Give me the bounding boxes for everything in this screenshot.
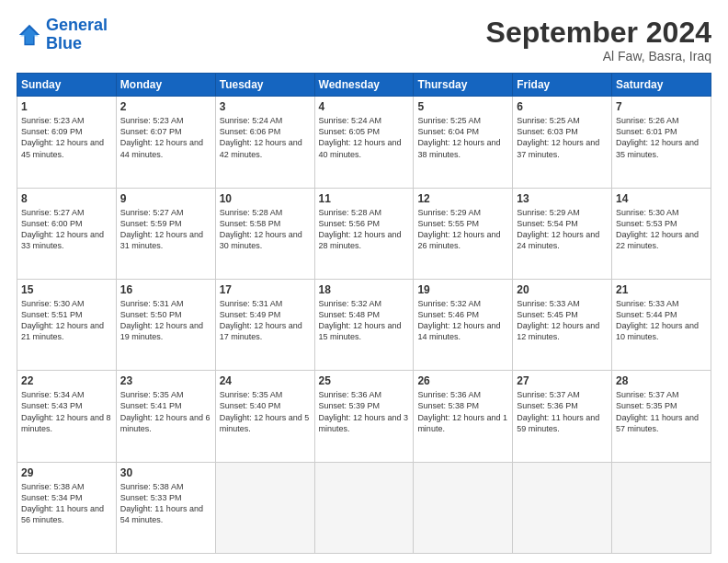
calendar-week-row: 29 Sunrise: 5:38 AM Sunset: 5:34 PM Dayl… [17,462,711,553]
day-info: Sunrise: 5:27 AM Sunset: 5:59 PM Dayligh… [120,207,211,252]
day-number: 10 [220,192,311,205]
calendar-day-cell: 3 Sunrise: 5:24 AM Sunset: 6:06 PM Dayli… [215,97,314,188]
day-number: 2 [120,100,211,113]
calendar-day-cell [612,462,711,553]
page: General Blue September 2024 Al Faw, Basr… [0,0,728,563]
day-number: 23 [120,374,211,387]
calendar-day-cell: 13 Sunrise: 5:29 AM Sunset: 5:54 PM Dayl… [513,188,612,279]
day-info: Sunrise: 5:37 AM Sunset: 5:36 PM Dayligh… [517,389,608,434]
calendar-day-cell [215,462,314,553]
logo-text: General Blue [46,17,108,53]
weekday-header-sunday: Sunday [17,74,117,97]
day-info: Sunrise: 5:35 AM Sunset: 5:40 PM Dayligh… [220,389,311,434]
day-info: Sunrise: 5:30 AM Sunset: 5:51 PM Dayligh… [21,298,112,343]
calendar-day-cell: 19 Sunrise: 5:32 AM Sunset: 5:46 PM Dayl… [414,279,513,370]
calendar-day-cell: 28 Sunrise: 5:37 AM Sunset: 5:35 PM Dayl… [612,371,711,462]
day-number: 4 [319,100,410,113]
day-info: Sunrise: 5:30 AM Sunset: 5:53 PM Dayligh… [616,207,707,252]
calendar-day-cell: 4 Sunrise: 5:24 AM Sunset: 6:05 PM Dayli… [314,97,414,188]
day-info: Sunrise: 5:31 AM Sunset: 5:50 PM Dayligh… [120,298,211,343]
header: General Blue September 2024 Al Faw, Basr… [17,17,711,63]
day-number: 1 [21,100,112,113]
calendar-day-cell [414,462,513,553]
day-info: Sunrise: 5:38 AM Sunset: 5:33 PM Dayligh… [120,481,211,526]
day-number: 17 [220,283,311,296]
calendar-day-cell: 20 Sunrise: 5:33 AM Sunset: 5:45 PM Dayl… [513,279,612,370]
calendar-week-row: 1 Sunrise: 5:23 AM Sunset: 6:09 PM Dayli… [17,97,711,188]
day-number: 8 [21,192,112,205]
day-info: Sunrise: 5:24 AM Sunset: 6:06 PM Dayligh… [220,115,311,160]
day-info: Sunrise: 5:28 AM Sunset: 5:58 PM Dayligh… [220,207,311,252]
logo-line1: General [46,16,108,34]
calendar-day-cell: 1 Sunrise: 5:23 AM Sunset: 6:09 PM Dayli… [17,97,117,188]
day-number: 22 [21,374,112,387]
day-info: Sunrise: 5:25 AM Sunset: 6:03 PM Dayligh… [517,115,608,160]
day-info: Sunrise: 5:38 AM Sunset: 5:34 PM Dayligh… [21,481,112,526]
day-number: 12 [417,192,508,205]
calendar-day-cell: 10 Sunrise: 5:28 AM Sunset: 5:58 PM Dayl… [215,188,314,279]
calendar-table: SundayMondayTuesdayWednesdayThursdayFrid… [17,73,711,554]
svg-marker-1 [20,27,39,43]
day-number: 29 [21,466,112,479]
calendar-day-cell: 18 Sunrise: 5:32 AM Sunset: 5:48 PM Dayl… [314,279,414,370]
day-info: Sunrise: 5:24 AM Sunset: 6:05 PM Dayligh… [319,115,410,160]
title-block: September 2024 Al Faw, Basra, Iraq [486,17,711,63]
day-number: 28 [616,374,707,387]
day-number: 15 [21,283,112,296]
calendar-day-cell: 9 Sunrise: 5:27 AM Sunset: 5:59 PM Dayli… [116,188,215,279]
calendar-day-cell: 2 Sunrise: 5:23 AM Sunset: 6:07 PM Dayli… [116,97,215,188]
day-number: 14 [616,192,707,205]
calendar-day-cell: 14 Sunrise: 5:30 AM Sunset: 5:53 PM Dayl… [612,188,711,279]
calendar-week-row: 15 Sunrise: 5:30 AM Sunset: 5:51 PM Dayl… [17,279,711,370]
calendar-week-row: 8 Sunrise: 5:27 AM Sunset: 6:00 PM Dayli… [17,188,711,279]
day-number: 11 [319,192,410,205]
calendar-day-cell [314,462,414,553]
day-info: Sunrise: 5:28 AM Sunset: 5:56 PM Dayligh… [319,207,410,252]
day-info: Sunrise: 5:31 AM Sunset: 5:49 PM Dayligh… [220,298,311,343]
calendar-day-cell: 22 Sunrise: 5:34 AM Sunset: 5:43 PM Dayl… [17,371,117,462]
day-info: Sunrise: 5:33 AM Sunset: 5:45 PM Dayligh… [517,298,608,343]
day-number: 9 [120,192,211,205]
calendar-day-cell: 12 Sunrise: 5:29 AM Sunset: 5:55 PM Dayl… [414,188,513,279]
day-number: 27 [517,374,608,387]
calendar-day-cell [513,462,612,553]
calendar-day-cell: 15 Sunrise: 5:30 AM Sunset: 5:51 PM Dayl… [17,279,117,370]
weekday-header-tuesday: Tuesday [215,74,314,97]
day-number: 16 [120,283,211,296]
calendar-day-cell: 11 Sunrise: 5:28 AM Sunset: 5:56 PM Dayl… [314,188,414,279]
calendar-day-cell: 30 Sunrise: 5:38 AM Sunset: 5:33 PM Dayl… [116,462,215,553]
day-number: 13 [517,192,608,205]
day-info: Sunrise: 5:35 AM Sunset: 5:41 PM Dayligh… [120,389,211,434]
calendar-day-cell: 24 Sunrise: 5:35 AM Sunset: 5:40 PM Dayl… [215,371,314,462]
calendar-day-cell: 23 Sunrise: 5:35 AM Sunset: 5:41 PM Dayl… [116,371,215,462]
calendar-day-cell: 25 Sunrise: 5:36 AM Sunset: 5:39 PM Dayl… [314,371,414,462]
day-number: 5 [417,100,508,113]
calendar-day-cell: 6 Sunrise: 5:25 AM Sunset: 6:03 PM Dayli… [513,97,612,188]
day-info: Sunrise: 5:36 AM Sunset: 5:38 PM Dayligh… [417,389,508,434]
day-info: Sunrise: 5:23 AM Sunset: 6:07 PM Dayligh… [120,115,211,160]
day-info: Sunrise: 5:23 AM Sunset: 6:09 PM Dayligh… [21,115,112,160]
day-number: 20 [517,283,608,296]
day-info: Sunrise: 5:33 AM Sunset: 5:44 PM Dayligh… [616,298,707,343]
day-number: 19 [417,283,508,296]
day-info: Sunrise: 5:26 AM Sunset: 6:01 PM Dayligh… [616,115,707,160]
day-info: Sunrise: 5:32 AM Sunset: 5:48 PM Dayligh… [319,298,410,343]
calendar-day-cell: 27 Sunrise: 5:37 AM Sunset: 5:36 PM Dayl… [513,371,612,462]
weekday-header-thursday: Thursday [414,74,513,97]
logo-icon [17,22,42,48]
day-info: Sunrise: 5:36 AM Sunset: 5:39 PM Dayligh… [319,389,410,434]
weekday-header-wednesday: Wednesday [314,74,414,97]
logo-line2: Blue [46,34,82,52]
day-number: 26 [417,374,508,387]
day-info: Sunrise: 5:29 AM Sunset: 5:55 PM Dayligh… [417,207,508,252]
day-number: 6 [517,100,608,113]
month-title: September 2024 [486,17,711,49]
day-number: 25 [319,374,410,387]
calendar-day-cell: 26 Sunrise: 5:36 AM Sunset: 5:38 PM Dayl… [414,371,513,462]
calendar-day-cell: 5 Sunrise: 5:25 AM Sunset: 6:04 PM Dayli… [414,97,513,188]
weekday-header-monday: Monday [116,74,215,97]
day-info: Sunrise: 5:37 AM Sunset: 5:35 PM Dayligh… [616,389,707,434]
logo: General Blue [17,17,108,53]
day-number: 7 [616,100,707,113]
weekday-header-friday: Friday [513,74,612,97]
